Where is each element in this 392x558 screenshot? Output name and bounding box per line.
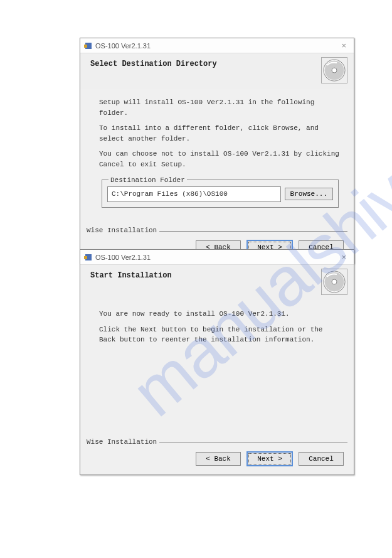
cancel-button[interactable]: Cancel: [299, 452, 344, 466]
page-heading: Select Destination Directory: [90, 60, 344, 68]
header-area: Select Destination Directory: [80, 53, 354, 89]
body-area: Setup will install OS-100 Ver2.1.31 in t…: [80, 89, 354, 213]
svg-point-5: [332, 279, 337, 284]
titlebar: OS-100 Ver2.1.31 ×: [80, 250, 354, 265]
wise-installation-label: Wise Installation: [87, 438, 159, 446]
disc-icon: [321, 269, 347, 295]
destination-group: Destination Folder C:\Program Files (x86…: [102, 180, 339, 208]
disc-icon: [321, 57, 347, 83]
close-icon[interactable]: ×: [337, 252, 350, 262]
titlebar: OS-100 Ver2.1.31 ×: [80, 38, 354, 53]
svg-point-2: [332, 68, 337, 73]
separator: Wise Installation: [87, 438, 347, 446]
next-button[interactable]: Next >: [247, 452, 292, 466]
installer-icon: [84, 41, 93, 50]
instruction-text: To install into a different folder, clic…: [99, 123, 341, 144]
instruction-text: Click the Next button to begin the insta…: [99, 325, 341, 345]
installer-dialog-start: OS-100 Ver2.1.31 × Start Installation Yo…: [80, 249, 354, 475]
close-icon[interactable]: ×: [337, 41, 350, 50]
instruction-text: You are now ready to install OS-100 Ver2…: [99, 309, 341, 319]
installer-icon: [84, 253, 93, 262]
button-row: < Back Next > Cancel: [80, 446, 354, 475]
wise-installation-label: Wise Installation: [87, 227, 159, 234]
body-area: You are now ready to install OS-100 Ver2…: [80, 300, 354, 424]
separator: Wise Installation: [87, 227, 347, 234]
instruction-text: You can choose not to install OS-100 Ver…: [99, 149, 341, 169]
window-title: OS-100 Ver2.1.31: [95, 42, 337, 50]
back-button[interactable]: < Back: [196, 452, 241, 466]
destination-path-field[interactable]: C:\Program Files (x86)\OS100: [107, 186, 281, 202]
destination-legend: Destination Folder: [109, 175, 187, 186]
browse-button[interactable]: Browse...: [285, 188, 333, 200]
header-area: Start Installation: [80, 265, 354, 300]
installer-dialog-destination: OS-100 Ver2.1.31 × Select Destination Di…: [80, 38, 354, 264]
page-heading: Start Installation: [90, 271, 344, 280]
window-title: OS-100 Ver2.1.31: [95, 254, 337, 261]
instruction-text: Setup will install OS-100 Ver2.1.31 in t…: [99, 97, 341, 118]
